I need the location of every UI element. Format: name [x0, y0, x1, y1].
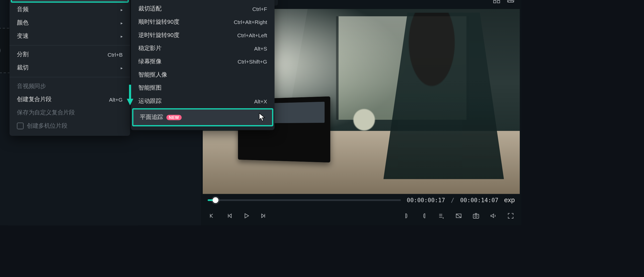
dd-av-sync: 音视频同步	[9, 80, 130, 93]
plus-icon: +	[0, 45, 1, 56]
progress-row: 00:00:00:17 / 00:00:14:07 exp	[201, 194, 521, 206]
new-badge: NEW	[166, 115, 182, 120]
picture-icon[interactable]	[506, 0, 515, 4]
tools-menu-dropdown: 选择全部文本 视频▸ 音频▸ 颜色▸ 变速▸ 分割Ctrl+B 裁切▸ 音视频同…	[9, 0, 130, 136]
multicam-icon	[17, 123, 24, 129]
play-icon[interactable]	[242, 212, 251, 220]
dd-planar-track[interactable]: 平面追踪NEW	[132, 108, 273, 126]
dd-motion-track[interactable]: 运动跟踪Alt+X	[131, 95, 275, 108]
video-submenu-dropdown: 裁剪和缩放Alt+C 裁切适配Ctrl+F 顺时针旋转90度Ctrl+Alt+R…	[131, 0, 275, 130]
step-back-icon[interactable]	[225, 212, 233, 220]
progress-bar[interactable]	[208, 199, 401, 201]
dd-create-compound[interactable]: 创建复合片段Alt+G	[9, 93, 130, 106]
dd-fit[interactable]: 裁切适配Ctrl+F	[131, 2, 275, 16]
dd-rotate-ccw[interactable]: 逆时针旋转90度Ctrl+Alt+Left	[131, 29, 275, 42]
dd-multicam: 创建多机位片段	[9, 119, 130, 133]
dd-split[interactable]: 分割Ctrl+B	[9, 48, 130, 61]
grid-view-icon[interactable]	[492, 0, 501, 4]
cursor-icon	[259, 113, 266, 122]
dd-ai-cutout[interactable]: 智能抠图	[131, 81, 275, 95]
snapshot-icon[interactable]	[472, 212, 480, 220]
dd-save-compound: 保存为自定义复合片段	[9, 106, 130, 119]
time-duration: 00:00:14:07	[460, 197, 499, 203]
progress-knob[interactable]	[212, 197, 218, 203]
mark-out-icon[interactable]	[420, 212, 428, 220]
list-icon[interactable]	[437, 212, 445, 220]
dd-crop[interactable]: 裁切▸	[9, 61, 130, 75]
prev-frame-icon[interactable]	[208, 212, 216, 220]
svg-rect-11	[497, 1, 500, 3]
dd-crop-zoom[interactable]: 裁剪和缩放Alt+C	[131, 0, 275, 2]
time-current: 00:00:00:17	[407, 197, 445, 203]
fullscreen-icon[interactable]	[506, 212, 515, 220]
step-forward-icon[interactable]	[260, 212, 268, 220]
ratio-icon[interactable]	[455, 212, 463, 220]
dd-stabilize[interactable]: 稳定影片Alt+S	[131, 42, 275, 55]
time-sep: /	[451, 197, 454, 203]
volume-icon[interactable]	[489, 212, 498, 220]
player-controls	[201, 206, 521, 225]
dd-greenscreen[interactable]: 绿幕抠像Ctrl+Shift+G	[131, 55, 275, 68]
dd-video[interactable]: 视频▸	[11, 0, 129, 3]
dd-color[interactable]: 颜色▸	[9, 16, 130, 30]
svg-point-15	[475, 215, 477, 217]
mark-in-icon[interactable]	[402, 212, 411, 220]
svg-rect-10	[493, 1, 496, 3]
dd-rotate-cw[interactable]: 顺时针旋转90度Ctrl+Alt+Right	[131, 16, 275, 29]
dd-ai-portrait[interactable]: 智能抠人像	[131, 68, 275, 81]
dd-speed[interactable]: 变速▸	[9, 29, 130, 43]
dd-audio[interactable]: 音频▸	[9, 3, 130, 16]
